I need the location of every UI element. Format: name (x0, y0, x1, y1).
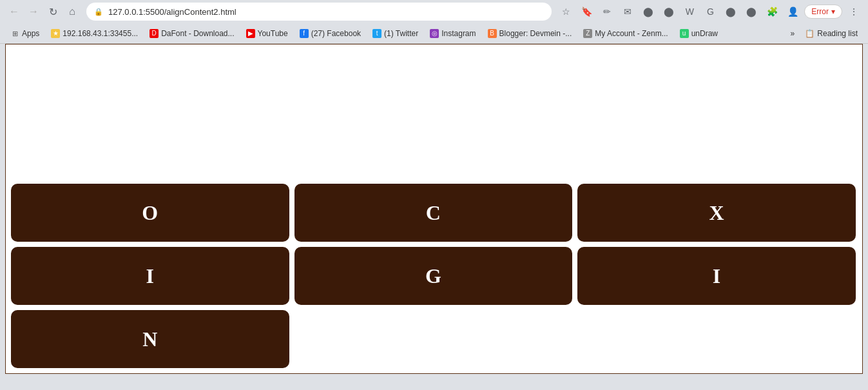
magic-icon-btn[interactable]: ✏ (598, 3, 616, 21)
facebook-label: (27) Facebook (311, 29, 361, 38)
more-menu-button[interactable]: ⋮ (845, 3, 863, 21)
toolbar-icons: ☆ 🔖 ✏ ✉ ⬤ ⬤ W G ⬤ ⬤ 🧩 👤 Error ▾ ⋮ (557, 3, 863, 21)
bookmark-youtube[interactable]: ▶ YouTube (241, 27, 293, 40)
error-label: Error (811, 7, 829, 16)
extensions-icon-btn[interactable]: 🧩 (763, 3, 781, 21)
error-button[interactable]: Error ▾ (804, 5, 842, 19)
instagram-favicon: ◎ (430, 29, 439, 38)
bookmarks-bar: ⊞ Apps ★ 192.168.43.1:33455... D DaFont … (0, 23, 868, 44)
flex-item-3: I (11, 247, 289, 305)
mail-icon-btn[interactable]: ✉ (619, 3, 637, 21)
star-button[interactable]: ☆ (557, 3, 575, 21)
reading-list-label: Reading list (817, 29, 858, 38)
bookmark-dafont[interactable]: D DaFont - Download... (144, 27, 239, 40)
browser-titlebar: ← → ↻ ⌂ 🔒 127.0.0.1:5500/alignContent2.h… (0, 0, 868, 23)
apps-icon: ⊞ (10, 29, 19, 38)
more-bookmarks-button[interactable]: » (787, 27, 799, 40)
flex-container: O C X I G I N (6, 44, 862, 373)
flex-item-4: G (294, 247, 573, 305)
page-frame: O C X I G I N (5, 44, 863, 374)
address-bar[interactable]: 🔒 127.0.0.1:5500/alignContent2.html (86, 3, 552, 21)
ext6-icon-btn[interactable]: ⬤ (742, 3, 760, 21)
home-button[interactable]: ⌂ (63, 3, 81, 21)
back-button[interactable]: ← (5, 3, 23, 21)
dafont-label: DaFont - Download... (161, 29, 234, 38)
letter-c: C (426, 201, 441, 225)
letter-i1: I (146, 264, 154, 288)
ext3-icon-btn[interactable]: W (680, 3, 699, 21)
bookmark-instagram[interactable]: ◎ Instagram (425, 27, 481, 40)
url2-label: 192.168.43.1:33455... (63, 29, 138, 38)
letter-n: N (142, 327, 157, 351)
bookmark-twitter[interactable]: t (1) Twitter (367, 27, 423, 40)
flex-item-0: O (11, 184, 289, 242)
youtube-favicon: ▶ (246, 29, 255, 38)
letter-o: O (142, 201, 158, 225)
myaccount-label: My Account - Zenm... (595, 29, 668, 38)
reading-list-button[interactable]: 📋 Reading list (800, 27, 863, 40)
ext2-icon-btn[interactable]: ⬤ (660, 3, 678, 21)
url-text: 127.0.0.1:5500/alignContent2.html (108, 7, 236, 17)
url2-favicon: ★ (51, 29, 60, 38)
ext5-icon-btn[interactable]: ⬤ (722, 3, 740, 21)
flex-item-5: I (577, 247, 856, 305)
lock-icon: 🔒 (94, 8, 103, 16)
letter-i2: I (713, 264, 720, 288)
error-chevron: ▾ (831, 7, 835, 16)
bookmark-url2[interactable]: ★ 192.168.43.1:33455... (46, 27, 143, 40)
bookmark-blogger[interactable]: B Blogger: Devmein -... (483, 27, 577, 40)
letter-g: G (425, 264, 441, 288)
apps-label: Apps (22, 29, 39, 38)
profile-icon-btn[interactable]: 👤 (784, 3, 802, 21)
ext1-icon-btn[interactable]: ⬤ (639, 3, 657, 21)
bookmark-facebook[interactable]: f (27) Facebook (294, 27, 366, 40)
blogger-label: Blogger: Devmein -... (499, 29, 572, 38)
reading-list-icon: 📋 (805, 29, 815, 38)
twitter-label: (1) Twitter (384, 29, 418, 38)
twitter-favicon: t (372, 29, 381, 38)
bookmark-apps[interactable]: ⊞ Apps (5, 27, 44, 40)
undraw-favicon: u (680, 29, 689, 38)
letter-x: X (709, 201, 724, 225)
bookmark-myaccount[interactable]: Z My Account - Zenm... (578, 27, 673, 40)
youtube-label: YouTube (258, 29, 288, 38)
bookmark-icon-btn[interactable]: 🔖 (577, 3, 595, 21)
flex-item-2: X (577, 184, 856, 242)
reload-button[interactable]: ↻ (44, 3, 62, 21)
instagram-label: Instagram (441, 29, 476, 38)
bookmark-undraw[interactable]: u unDraw (675, 27, 723, 40)
browser-window: ← → ↻ ⌂ 🔒 127.0.0.1:5500/alignContent2.h… (0, 0, 868, 390)
flex-item-1: C (294, 184, 573, 242)
forward-button[interactable]: → (24, 3, 43, 21)
blogger-favicon: B (488, 29, 497, 38)
undraw-label: unDraw (691, 29, 718, 38)
facebook-favicon: f (300, 29, 309, 38)
more-bookmarks-label: » (791, 29, 795, 38)
flex-item-6: N (11, 310, 289, 368)
nav-buttons: ← → ↻ ⌂ (5, 3, 81, 21)
dafont-favicon: D (149, 29, 159, 38)
ext4-icon-btn[interactable]: G (701, 3, 719, 21)
myaccount-favicon: Z (583, 29, 592, 38)
